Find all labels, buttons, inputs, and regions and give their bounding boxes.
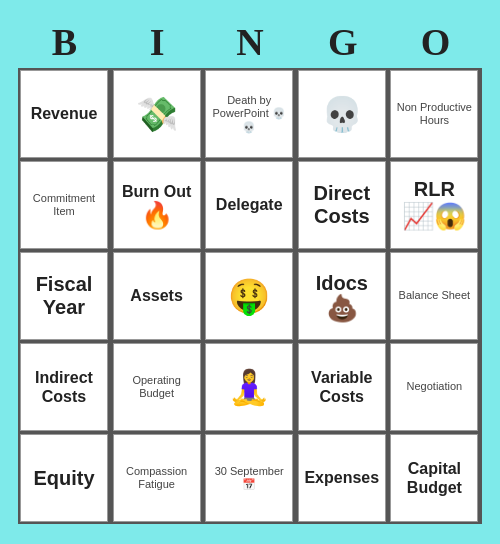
cell-label: Commitment Item [25, 192, 103, 218]
header-letter: O [392, 20, 480, 64]
bingo-cell: Revenue [20, 70, 108, 158]
cell-emoji: 💸 [136, 97, 178, 131]
cell-emoji: 🔥 [141, 202, 173, 228]
cell-label: Equity [33, 467, 94, 490]
bingo-cell: Assets [113, 252, 201, 340]
cell-emoji: 💀 [321, 97, 363, 131]
header-letter: B [20, 20, 108, 64]
cell-emoji: 🧘‍♀️ [228, 370, 270, 404]
cell-emoji: 🤑 [228, 279, 270, 313]
cell-label: Idocs [316, 272, 368, 295]
cell-label: Expenses [304, 468, 379, 487]
cell-label: Death by PowerPoint 💀💀 [210, 94, 288, 134]
cell-label: Fiscal Year [25, 273, 103, 319]
cell-label: Non Productive Hours [395, 101, 473, 127]
bingo-grid: Revenue💸Death by PowerPoint 💀💀💀Non Produ… [18, 68, 482, 524]
bingo-cell: Compassion Fatigue [113, 434, 201, 522]
cell-label: Burn Out [122, 182, 191, 201]
bingo-cell: Direct Costs [298, 161, 386, 249]
bingo-cell: 🧘‍♀️ [205, 343, 293, 431]
bingo-cell: Indirect Costs [20, 343, 108, 431]
cell-label: Direct Costs [303, 182, 381, 228]
cell-label: Revenue [31, 104, 98, 123]
bingo-header: BINGO [18, 20, 482, 64]
cell-label: Assets [130, 286, 182, 305]
bingo-cell: Negotiation [390, 343, 478, 431]
bingo-cell: Expenses [298, 434, 386, 522]
bingo-cell: 🤑 [205, 252, 293, 340]
cell-label: Operating Budget [118, 374, 196, 400]
bingo-cell: Fiscal Year [20, 252, 108, 340]
cell-label: RLR [414, 178, 455, 201]
cell-label: 30 September 📅 [210, 465, 288, 491]
header-letter: I [113, 20, 201, 64]
cell-emoji: 💩 [326, 295, 358, 321]
cell-label: Indirect Costs [25, 368, 103, 406]
header-letter: G [299, 20, 387, 64]
bingo-cell: RLR📈😱 [390, 161, 478, 249]
cell-emoji: 📈😱 [402, 201, 466, 232]
bingo-cell: Capital Budget [390, 434, 478, 522]
bingo-cell: Burn Out🔥 [113, 161, 201, 249]
cell-label: Capital Budget [395, 459, 473, 497]
bingo-cell: Non Productive Hours [390, 70, 478, 158]
bingo-cell: Commitment Item [20, 161, 108, 249]
bingo-cell: Balance Sheet [390, 252, 478, 340]
bingo-cell: Idocs💩 [298, 252, 386, 340]
bingo-cell: 30 September 📅 [205, 434, 293, 522]
cell-label: Delegate [216, 195, 283, 214]
cell-label: Balance Sheet [399, 289, 471, 302]
bingo-container: BINGO Revenue💸Death by PowerPoint 💀💀💀Non… [10, 12, 490, 532]
header-letter: N [206, 20, 294, 64]
cell-label: Variable Costs [303, 368, 381, 406]
bingo-cell: Variable Costs [298, 343, 386, 431]
bingo-cell: Death by PowerPoint 💀💀 [205, 70, 293, 158]
bingo-cell: Delegate [205, 161, 293, 249]
bingo-cell: Operating Budget [113, 343, 201, 431]
cell-label: Compassion Fatigue [118, 465, 196, 491]
cell-label: Negotiation [407, 380, 463, 393]
bingo-cell: 💸 [113, 70, 201, 158]
bingo-cell: 💀 [298, 70, 386, 158]
bingo-cell: Equity [20, 434, 108, 522]
